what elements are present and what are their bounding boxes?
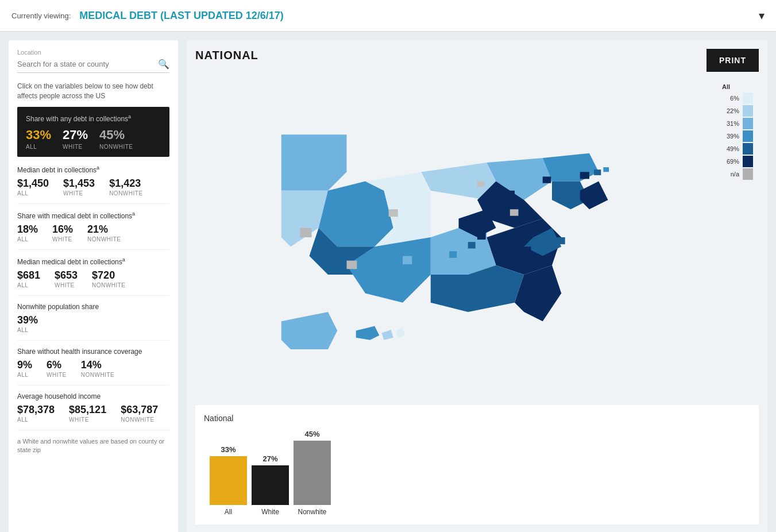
legend-color-4: [743, 143, 753, 155]
bar-rect-0: [210, 456, 247, 505]
stat-row-title-3: Nonwhite population share: [17, 303, 169, 311]
stat-row-group-4-2: 14% NONWHITE: [81, 359, 114, 378]
search-icon[interactable]: 🔍: [158, 59, 169, 70]
stat-row-label-4-1: WHITE: [47, 372, 67, 378]
legend-label-0: 6%: [722, 95, 739, 102]
legend-item-1: 22%: [722, 105, 753, 117]
legend-color-5: [743, 156, 753, 167]
stat-row-0[interactable]: Median debt in collectionsa $1,450 ALL $…: [17, 158, 169, 204]
stat-row-value-4-0: 9%: [17, 359, 32, 371]
stat-row-group-4-1: 6% WHITE: [47, 359, 67, 378]
sidebar: Location 🔍 Click on the variables below …: [9, 40, 178, 532]
legend-label-6: n/a: [722, 171, 739, 178]
legend-item-6: n/a: [722, 168, 753, 180]
svg-marker-3: [318, 181, 393, 246]
us-map[interactable]: [253, 97, 701, 378]
stat-row-value-1-2: 21%: [87, 223, 121, 236]
svg-rect-33: [403, 256, 412, 264]
stat-row-group-0-2: $1,423 NONWHITE: [109, 178, 142, 196]
stat-row-1[interactable]: Share with medical debt in collectionsa …: [17, 204, 169, 250]
legend-item-0: 6%: [722, 92, 753, 104]
stat-row-label-5-2: NONWHITE: [121, 417, 158, 423]
search-wrapper: 🔍: [17, 59, 169, 73]
bar-pct-2: 45%: [304, 430, 319, 438]
bar-rect-2: [294, 441, 331, 505]
bar-rect-1: [252, 465, 289, 505]
stat-row-values-4: 9% ALL 6% WHITE 14% NONWHITE: [17, 359, 169, 378]
stat-row-group-0-1: $1,453 WHITE: [63, 178, 95, 196]
active-val-nonwhite-label: NONWHITE: [99, 144, 133, 150]
stat-row-label-0-0: ALL: [17, 190, 49, 196]
legend-item-3: 39%: [722, 130, 753, 142]
active-val-white-number: 27%: [63, 128, 88, 142]
stat-row-3[interactable]: Nonwhite population share 39% ALL: [17, 296, 169, 341]
stat-row-5[interactable]: Average household income $78,378 ALL $85…: [17, 385, 169, 430]
stat-row-value-5-1: $85,121: [69, 404, 106, 416]
currently-viewing-label: Currently viewing:: [11, 11, 71, 20]
stat-row-label-5-1: WHITE: [69, 417, 106, 423]
bar-name-0: All: [225, 508, 232, 516]
stat-row-group-2-0: $681 ALL: [17, 269, 40, 288]
chevron-down-icon[interactable]: ▾: [759, 9, 765, 22]
stat-row-value-2-0: $681: [17, 269, 40, 282]
stat-row-group-1-0: 18% ALL: [17, 223, 38, 242]
svg-rect-28: [477, 232, 486, 239]
stat-row-group-4-0: 9% ALL: [17, 359, 32, 378]
stat-row-values-0: $1,450 ALL $1,453 WHITE $1,423 NONWHITE: [17, 178, 169, 196]
active-card-title: Share with any debt in collectionsa: [26, 114, 161, 123]
legend-item-4: 49%: [722, 143, 753, 155]
stat-row-group-1-1: 16% WHITE: [52, 223, 73, 242]
svg-rect-26: [542, 176, 551, 183]
stat-row-values-5: $78,378 ALL $85,121 WHITE $63,787 NONWHI…: [17, 404, 169, 423]
legend-label-3: 39%: [722, 133, 739, 140]
legend-color-6: [743, 168, 753, 180]
active-val-white: 27% WHITE: [63, 128, 88, 150]
active-card-values: 33% ALL 27% WHITE 45% NONWHITE: [26, 128, 161, 150]
stat-row-group-5-2: $63,787 NONWHITE: [121, 404, 158, 423]
bar-group-1: 27%White: [252, 454, 289, 516]
stat-row-label-1-2: NONWHITE: [87, 236, 121, 242]
bar-group-0: 33%All: [210, 445, 247, 516]
map-container: All6%22%31%39%49%69%n/a: [195, 78, 759, 396]
svg-rect-32: [557, 237, 565, 244]
header-left: Currently viewing: MEDICAL DEBT (LAST UP…: [11, 10, 284, 22]
stat-row-4[interactable]: Share without health insurance coverage …: [17, 341, 169, 385]
stat-row-2[interactable]: Median medical debt in collectionsa $681…: [17, 250, 169, 296]
search-input[interactable]: [17, 60, 158, 68]
active-val-nonwhite: 45% NONWHITE: [99, 128, 133, 150]
bar-group-2: 45%Nonwhite: [294, 430, 331, 516]
svg-rect-25: [603, 167, 609, 172]
active-val-white-label: WHITE: [63, 144, 88, 150]
legend-color-column: All6%22%31%39%49%69%n/a: [722, 83, 753, 181]
bar-pct-0: 33%: [221, 445, 235, 454]
legend-color-1: [743, 105, 753, 117]
stat-row-title-1: Share with medical debt in collectionsa: [17, 211, 169, 220]
stat-row-group-5-0: $78,378 ALL: [17, 404, 55, 423]
active-stat-card[interactable]: Share with any debt in collectionsa 33% …: [17, 107, 169, 157]
bar-chart: 33%All27%White45%Nonwhite: [204, 430, 750, 516]
active-val-all-number: 33%: [26, 128, 51, 142]
stat-row-title-5: Average household income: [17, 392, 169, 400]
svg-rect-27: [505, 190, 514, 198]
svg-rect-35: [300, 228, 311, 237]
stat-row-label-1-0: ALL: [17, 236, 38, 242]
stat-row-group-3-0: 39% ALL: [17, 314, 38, 333]
location-label: Location: [17, 49, 169, 56]
stat-row-value-0-1: $1,453: [63, 178, 95, 190]
stat-row-label-4-0: ALL: [17, 372, 32, 378]
stat-row-value-4-2: 14%: [81, 359, 114, 371]
stat-row-title-0: Median debt in collectionsa: [17, 165, 169, 174]
bar-name-2: Nonwhite: [298, 508, 326, 516]
hint-text: Click on the variables below to see how …: [17, 82, 169, 101]
stat-row-label-2-2: NONWHITE: [92, 282, 125, 288]
stat-row-value-1-1: 16%: [52, 223, 73, 236]
stat-row-label-2-1: WHITE: [55, 282, 78, 288]
svg-rect-30: [533, 256, 542, 264]
print-button[interactable]: PRINT: [706, 49, 759, 72]
stat-row-value-0-2: $1,423: [109, 178, 142, 190]
legend-item-2: 31%: [722, 118, 753, 129]
stat-row-title-4: Share without health insurance coverage: [17, 348, 169, 356]
map-header: NATIONAL PRINT: [195, 49, 759, 72]
stat-row-value-5-0: $78,378: [17, 404, 55, 416]
stat-row-label-0-2: NONWHITE: [109, 190, 142, 196]
